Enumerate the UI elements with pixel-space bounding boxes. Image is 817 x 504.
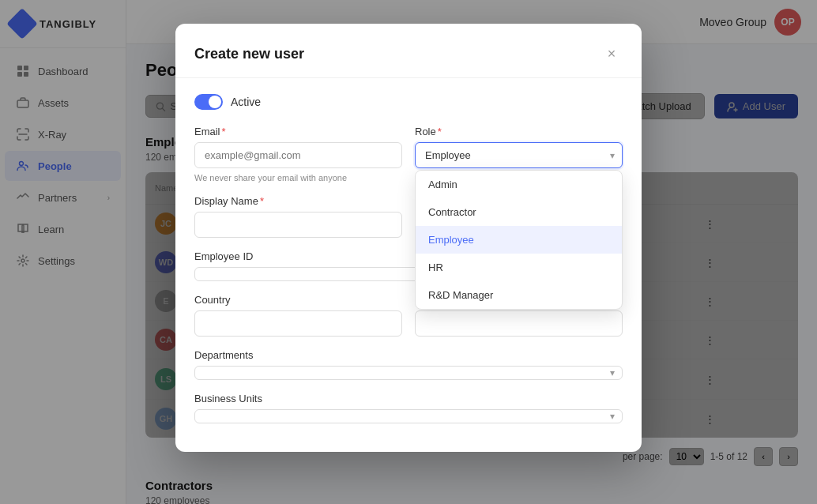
email-hint: We never share your email with anyone (194, 173, 402, 182)
departments-wrapper: ▾ (194, 366, 623, 380)
role-option-contractor[interactable]: Contractor (416, 198, 622, 226)
departments-group: Departments ▾ (194, 349, 623, 380)
role-option-hr[interactable]: HR (416, 254, 622, 281)
active-toggle-row: Active (194, 94, 623, 110)
role-label: Role * (415, 126, 623, 137)
role-dropdown-menu: Admin Contractor Employee HR R&D Manager (415, 170, 623, 310)
email-label: Email * (194, 126, 402, 137)
active-toggle-label: Active (231, 96, 261, 108)
business-units-row: Business Units ▾ (194, 393, 623, 423)
toggle-thumb (209, 96, 221, 108)
business-units-group: Business Units ▾ (194, 393, 623, 423)
location-input[interactable] (415, 310, 623, 337)
email-role-row: Email * We never share your email with a… (194, 126, 623, 182)
role-required: * (438, 126, 442, 137)
app-container: TANGIBLY Dashboard (0, 0, 817, 504)
role-select-wrapper: Employee ▾ Admin Contractor Employee HR … (415, 142, 623, 168)
email-input[interactable] (194, 142, 402, 168)
role-option-employee[interactable]: Employee (416, 226, 622, 254)
modal-close-button[interactable]: × (601, 43, 623, 65)
role-select[interactable]: Employee ▾ (415, 142, 623, 168)
chevron-down-icon: ▾ (610, 367, 615, 378)
modal-title: Create new user (194, 46, 304, 62)
role-group: Role * Employee ▾ Admin Contrac (415, 126, 623, 182)
chevron-down-icon: ▾ (610, 411, 615, 422)
display-name-required: * (260, 195, 264, 207)
display-name-label: Display Name * (194, 195, 402, 207)
display-name-input[interactable] (194, 212, 402, 238)
modal-body: Active Email * We never share your email… (175, 78, 642, 452)
main-area: Moveo Group OP People (126, 0, 817, 504)
chevron-down-icon: ▾ (610, 150, 615, 161)
display-name-group: Display Name * (194, 195, 402, 238)
departments-row: Departments ▾ (194, 349, 623, 380)
email-group: Email * We never share your email with a… (194, 126, 402, 182)
modal-header: Create new user × (175, 24, 642, 78)
country-input[interactable] (194, 310, 402, 337)
modal-overlay[interactable]: Create new user × Active (126, 0, 817, 504)
departments-select[interactable]: ▾ (194, 366, 623, 380)
role-option-admin[interactable]: Admin (416, 171, 622, 198)
active-toggle[interactable] (194, 94, 223, 110)
departments-label: Departments (194, 349, 623, 361)
country-group: Country (194, 294, 402, 337)
email-required: * (222, 126, 226, 137)
business-units-label: Business Units (194, 393, 623, 404)
country-label: Country (194, 294, 402, 306)
role-option-rdmanager[interactable]: R&D Manager (416, 281, 622, 309)
modal: Create new user × Active (175, 24, 642, 452)
business-units-wrapper: ▾ (194, 409, 623, 423)
business-units-select[interactable]: ▾ (194, 409, 623, 423)
